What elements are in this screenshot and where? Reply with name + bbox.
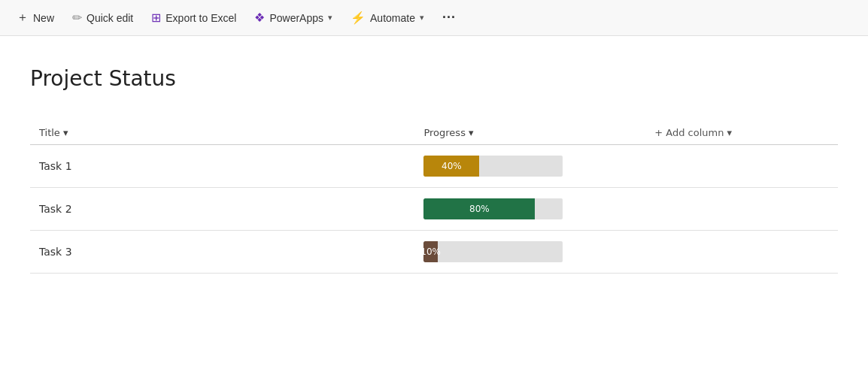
cell-add-2 [645,231,838,274]
cell-progress-0: 40% [414,145,645,188]
excel-icon: ⊞ [151,11,161,25]
cell-add-0 [645,145,838,188]
new-label: New [33,12,54,24]
automate-icon: ⚡ [351,11,366,25]
automate-chevron-icon: ▾ [420,13,424,23]
cell-progress-1: 80% [414,188,645,231]
data-table: Title ▾ Progress ▾ + Add column ▾ [30,121,838,274]
powerapps-chevron-icon: ▾ [328,13,332,23]
powerapps-button[interactable]: ❖ PowerApps ▾ [247,6,340,29]
progress-sort-icon: ▾ [469,127,474,138]
quick-edit-label: Quick edit [86,12,133,24]
powerapps-icon: ❖ [254,11,265,25]
quick-edit-button[interactable]: ✏ Quick edit [65,6,141,29]
progress-bar-fill: 80% [423,198,535,219]
progress-bar-fill: 40% [423,156,479,177]
cell-title-0[interactable]: Task 1 [30,145,414,188]
progress-bar-container: 10% [423,241,563,262]
page-content: Project Status Title ▾ Progress ▾ [0,36,868,274]
export-excel-button[interactable]: ⊞ Export to Excel [144,6,244,29]
cell-title-2[interactable]: Task 3 [30,231,414,274]
table-row: Task 140% [30,145,838,188]
page-title: Project Status [30,66,838,91]
plus-icon: ＋ [17,10,29,26]
add-column-chevron-icon: ▾ [727,127,732,138]
more-button[interactable]: ··· [435,5,463,30]
cell-progress-2: 10% [414,231,645,274]
cell-title-1[interactable]: Task 2 [30,188,414,231]
cell-add-1 [645,188,838,231]
table-row: Task 310% [30,231,838,274]
column-header-add[interactable]: + Add column ▾ [645,121,838,145]
automate-button[interactable]: ⚡ Automate ▾ [343,6,432,29]
more-icon: ··· [442,10,456,26]
pencil-icon: ✏ [72,11,82,25]
column-header-progress[interactable]: Progress ▾ [414,121,645,145]
toolbar: ＋ New ✏ Quick edit ⊞ Export to Excel ❖ P… [0,0,868,36]
progress-bar-fill: 10% [423,241,438,262]
progress-bar-container: 40% [423,156,563,177]
column-header-title[interactable]: Title ▾ [30,121,414,145]
progress-bar-container: 80% [423,198,563,219]
title-sort-icon: ▾ [63,127,68,138]
automate-label: Automate [370,12,415,24]
powerapps-label: PowerApps [269,12,323,24]
export-label: Export to Excel [165,12,236,24]
new-button[interactable]: ＋ New [9,5,62,30]
table-row: Task 280% [30,188,838,231]
